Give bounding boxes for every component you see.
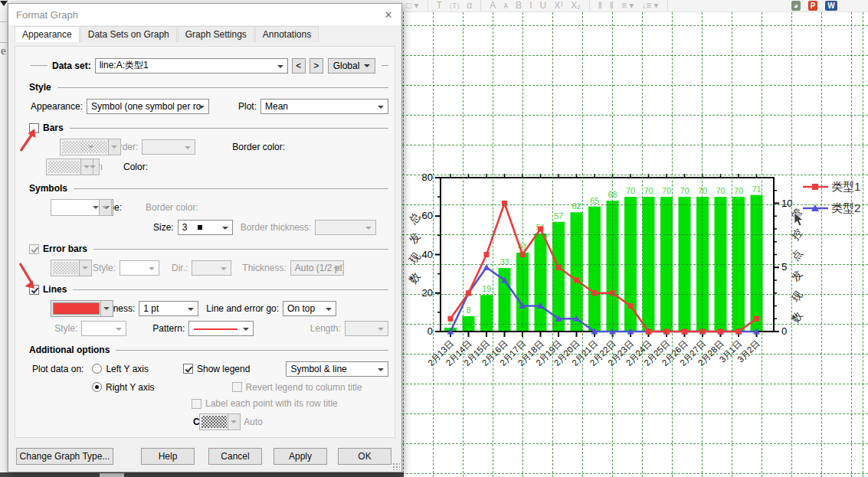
page-grid-line [582,12,583,477]
resize-grip[interactable] [392,462,400,470]
error-color-combobox[interactable] [51,260,92,276]
legend-marker [812,184,818,190]
dataset-combobox[interactable]: line:A:类型1 [95,58,288,74]
square-marker [574,278,579,283]
arrange-icon[interactable]: ↓≡ ▾ [641,0,658,11]
bars-color-combobox[interactable] [46,158,93,175]
page-grid-line [402,324,868,325]
tab-annotations[interactable]: Annotations [255,26,319,42]
line-series-类型1 [450,204,757,332]
lines-length-combobox[interactable] [345,321,388,336]
change-graph-type-button[interactable]: Change Graph Type... [16,448,113,465]
square-marker [466,290,471,296]
dialog-titlebar[interactable]: Format Graph ✕ [8,4,401,25]
chevron-down-icon [364,64,370,67]
layout-export-icon[interactable]: ◕ [791,1,801,11]
apply-button[interactable]: Apply [274,448,327,465]
tab-data-sets-on-graph[interactable]: Data Sets on Graph [80,26,177,42]
lines-pattern-combobox[interactable] [188,321,254,336]
square-marker [664,329,670,335]
dataset-label: Data set: [52,60,91,71]
indent-left-icon[interactable]: ⫴ [598,0,602,11]
page-grid-line [851,12,852,477]
text-box-tool-icon[interactable]: 🄣 [450,0,459,11]
appearance-tab-page: Data set: line:A:类型1 < > Global Style Ap… [15,46,395,438]
bar-value-label: 33 [500,257,509,266]
bars-border-combobox[interactable] [142,139,195,155]
cancel-button[interactable]: Cancel [208,448,262,465]
error-dir-label: Dir.: [172,263,188,273]
left-axis-title-char: 数 [406,270,422,286]
left-y-axis-radio[interactable] [92,364,102,374]
symbols-size-combobox[interactable]: 3 [178,220,233,235]
scrollbar-thumb[interactable] [100,473,124,477]
decrease-font-icon[interactable]: ᴀ [503,0,508,11]
left-y-axis-label: Left Y axis [106,364,149,374]
close-icon[interactable]: ✕ [375,4,401,25]
label-each-point-checkbox[interactable] [192,399,201,409]
lines-checkbox[interactable] [29,285,39,295]
revert-legend-checkbox[interactable] [232,382,242,392]
symbols-border-color-label: Border color: [146,202,198,213]
left-axis-tick-label: 20 [422,287,433,299]
shape-tool-icon[interactable]: □ ▾ [406,0,419,11]
appearance-combobox[interactable]: Symbol (one symbol per ro [87,99,209,114]
bar-value-label: 70 [644,186,653,195]
tab-appearance[interactable]: Appearance [15,26,80,42]
error-thickness-combobox[interactable]: Auto (1/2 pt) [290,260,344,276]
italic-icon[interactable]: I [529,0,532,11]
lines-style-combobox[interactable] [81,321,126,336]
combo-chart[interactable]: 2819334151576265687070707070707071020406… [402,12,868,477]
page-grid-line [402,264,868,265]
left-axis-title-char: 总 [406,210,423,227]
square-marker [754,316,759,322]
bar-value-label: 8 [466,305,470,315]
error-style-label: Style: [93,263,116,273]
line-and-error-go-combobox[interactable]: On top [283,301,336,316]
increase-font-icon[interactable]: A [490,0,496,11]
left-axis-tick-label: 80 [422,172,433,183]
plot-combobox[interactable]: Mean [260,99,388,114]
page-grid-line [672,12,673,477]
graph-page[interactable]: 2819334151576265687070707070707071020406… [402,12,868,477]
error-bars-checkbox[interactable] [29,244,39,254]
help-button[interactable]: Help [141,448,195,465]
lines-thickness-combobox[interactable]: 1 pt [139,301,198,316]
bars-checkbox[interactable] [29,123,39,133]
greek-alpha-icon[interactable]: α [467,0,472,11]
error-dir-combobox[interactable] [192,260,231,276]
send-to-word-icon[interactable]: W [825,1,837,11]
tab-graph-settings[interactable]: Graph Settings [178,26,254,42]
bold-icon[interactable]: B [516,0,522,11]
ok-button[interactable]: OK [338,448,391,465]
next-dataset-button[interactable]: > [310,58,323,74]
legend-style-combobox[interactable]: Symbol & line [286,361,388,377]
indent-right-icon[interactable]: ⫴ [610,0,614,11]
screen: e □ ▾T🄣αAᴀBIUX¹X₂⫴⫴≡ ▾↓≡ ▾◕PW 2819334151… [0,0,868,477]
border-thickness-label: Border thickness: [241,222,312,233]
text-tool-icon[interactable]: T [437,0,442,11]
border-thickness-combobox[interactable] [315,220,376,235]
lines-color-combobox[interactable] [51,300,113,317]
align-icon[interactable]: ≡ ▾ [621,0,634,11]
left-axis-tick-label: 0 [427,325,433,337]
down-triangle-icon [0,1,8,6]
right-y-axis-radio[interactable] [92,382,102,392]
legend-color-combobox[interactable] [199,413,241,430]
clipped-text: e [1,44,6,57]
page-boundary-line [863,12,863,477]
global-button[interactable]: Global [328,58,376,74]
error-style-combobox[interactable] [120,260,159,276]
square-marker [682,329,687,335]
underline-icon[interactable]: U [539,0,546,11]
superscript-icon[interactable]: X¹ [554,0,563,11]
send-to-powerpoint-icon[interactable]: P [808,1,818,11]
prev-dataset-button[interactable]: < [292,58,306,74]
page-grid-line [612,12,613,477]
symbols-header: Symbols [29,183,67,194]
error-thickness-label: Thickness: [242,263,286,273]
bar-value-label: 70 [734,186,743,195]
symbols-border-color-combobox[interactable] [51,199,112,216]
show-legend-checkbox[interactable] [183,364,193,374]
subscript-icon[interactable]: X₂ [571,0,581,11]
